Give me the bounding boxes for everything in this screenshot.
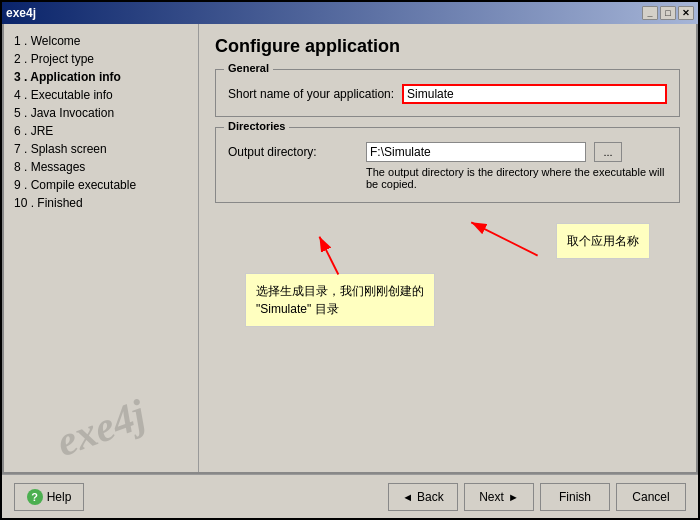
callout-left: 选择生成目录，我们刚刚创建的"Simulate" 目录 [245,273,435,327]
cancel-button[interactable]: Cancel [616,483,686,511]
main-body: 1 . Welcome 2 . Project type 3 . Applica… [2,24,698,475]
sidebar: 1 . Welcome 2 . Project type 3 . Applica… [4,24,199,473]
sidebar-item-project-type[interactable]: 2 . Project type [10,50,192,68]
footer-right: ◄ Back Next ► Finish Cancel [388,483,686,511]
callout-right: 取个应用名称 [556,223,650,259]
window-title: exe4j [6,6,36,20]
svg-line-2 [319,236,338,274]
footer: ? Help ◄ Back Next ► Finish Cancel [2,474,698,518]
short-name-label: Short name of your application: [228,87,394,101]
browse-button[interactable]: ... [594,142,622,162]
maximize-button[interactable]: □ [660,6,676,20]
title-bar-buttons: _ □ ✕ [642,6,694,20]
close-button[interactable]: ✕ [678,6,694,20]
sidebar-item-compile-executable[interactable]: 9 . Compile executable [10,176,192,194]
page-title: Configure application [215,36,680,57]
sidebar-item-messages[interactable]: 8 . Messages [10,158,192,176]
directories-group: Directories Output directory: ... The ou… [215,127,680,203]
content-area: Configure application General Short name… [199,24,696,473]
back-arrow-icon: ◄ [402,491,413,503]
next-arrow-icon: ► [508,491,519,503]
sidebar-item-executable-info[interactable]: 4 . Executable info [10,86,192,104]
title-bar: exe4j _ □ ✕ [2,2,698,24]
sidebar-item-java-invocation[interactable]: 5 . Java Invocation [10,104,192,122]
help-button[interactable]: ? Help [14,483,84,511]
finish-button[interactable]: Finish [540,483,610,511]
callout-left-text: 选择生成目录，我们刚刚创建的"Simulate" 目录 [256,284,424,316]
short-name-row: Short name of your application: [228,84,667,104]
sidebar-item-jre[interactable]: 6 . JRE [10,122,192,140]
svg-line-1 [471,222,537,255]
minimize-button[interactable]: _ [642,6,658,20]
sidebar-item-splash-screen[interactable]: 7 . Splash screen [10,140,192,158]
next-button[interactable]: Next ► [464,483,534,511]
sidebar-item-welcome[interactable]: 1 . Welcome [10,32,192,50]
callout-right-text: 取个应用名称 [567,234,639,248]
output-dir-hint: The output directory is the directory wh… [366,166,667,190]
output-dir-row: Output directory: ... [228,142,667,162]
sidebar-item-finished[interactable]: 10 . Finished [10,194,192,212]
sidebar-watermark: exe4j [4,373,199,473]
directories-legend: Directories [224,120,289,132]
main-window: exe4j _ □ ✕ 1 . Welcome 2 . Project type… [0,0,700,520]
next-label: Next [479,490,504,504]
output-dir-label: Output directory: [228,145,358,159]
general-group: General Short name of your application: [215,69,680,117]
general-legend: General [224,62,273,74]
cancel-label: Cancel [632,490,669,504]
back-label: Back [417,490,444,504]
finish-label: Finish [559,490,591,504]
output-dir-input[interactable] [366,142,586,162]
annotations-area: 选择生成目录，我们刚刚创建的"Simulate" 目录 取个应用名称 [215,213,680,393]
back-button[interactable]: ◄ Back [388,483,458,511]
footer-left: ? Help [14,483,84,511]
help-label: Help [47,490,72,504]
help-icon: ? [27,489,43,505]
sidebar-item-application-info[interactable]: 3 . Application info [10,68,192,86]
short-name-input[interactable] [402,84,667,104]
